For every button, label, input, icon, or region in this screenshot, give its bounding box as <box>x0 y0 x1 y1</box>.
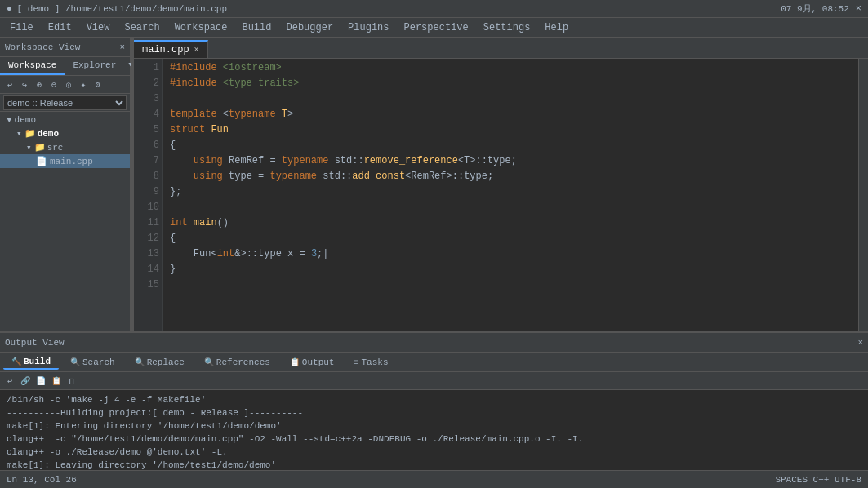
output-line-3: make[1]: Entering directory '/home/test1… <box>7 419 861 433</box>
menu-view[interactable]: View <box>80 20 117 35</box>
status-bar: Ln 13, Col 26 SPACES C++ UTF-8 <box>0 470 868 488</box>
output-tab-tasks[interactable]: ≡Tasks <box>345 356 396 369</box>
output-view-close[interactable]: × <box>857 338 863 348</box>
menu-debugger[interactable]: Debugger <box>279 20 340 35</box>
code-container: 1 2 3 4 5 6 7 8 9 10 11 12 13 14 15 #inc… <box>134 59 868 331</box>
workspace-view-header: Workspace View × <box>0 38 130 57</box>
output-toolbar-btn-2[interactable]: 🔗 <box>19 375 32 388</box>
workspace-view-title: Workspace View <box>5 42 80 52</box>
menu-settings[interactable]: Settings <box>477 20 537 35</box>
tree-item-src[interactable]: ▾ 📁 src <box>0 140 130 154</box>
output-toolbar-btn-4[interactable]: 📋 <box>50 375 63 388</box>
build-icon: 🔨 <box>11 357 21 366</box>
toolbar-btn-2[interactable]: ↪ <box>18 78 31 91</box>
tree-item-main-cpp[interactable]: 📄 main.cpp <box>0 154 130 168</box>
editor-tab-main-cpp[interactable]: main.cpp × <box>134 40 208 58</box>
close-icon[interactable]: × <box>856 3 861 15</box>
references-icon: 🔍 <box>204 358 214 367</box>
output-tab-replace[interactable]: 🔍Replace <box>127 356 193 369</box>
output-toolbar-btn-5[interactable]: ⊓ <box>65 375 78 388</box>
cursor-position: Ln 13, Col 26 <box>7 475 77 485</box>
clock: 07 9月, 08:52 <box>781 2 849 15</box>
toolbar-row: ↩ ↪ ⊕ ⊖ ◎ ✦ ⚙ <box>0 76 130 94</box>
toolbar-btn-1[interactable]: ↩ <box>3 78 16 91</box>
menu-perspective[interactable]: Perspective <box>398 20 475 35</box>
main-content: Workspace View × Workspace Explorer ▾ ↩ … <box>0 38 868 331</box>
output-tab-output[interactable]: 📋Output <box>282 356 343 369</box>
output-line-2: ----------Building project:[ demo - Rele… <box>7 406 861 419</box>
editor-area: main.cpp × 1 2 3 4 5 6 7 8 9 10 11 12 13… <box>134 38 868 331</box>
search-icon: 🔍 <box>70 358 80 367</box>
output-icon: 📋 <box>290 358 300 367</box>
title-text: [ demo ] /home/test1/demo/demo/main.cpp <box>17 4 227 14</box>
output-header: Output View × <box>0 333 868 353</box>
editor-tab-label: main.cpp <box>142 44 189 55</box>
menu-edit[interactable]: Edit <box>42 20 78 35</box>
replace-icon: 🔍 <box>135 358 145 367</box>
app-icon: ● <box>7 4 12 14</box>
config-select[interactable]: demo :: Release demo :: Debug <box>3 95 127 110</box>
editor-tab-close[interactable]: × <box>194 46 199 55</box>
tree-item-demo-root[interactable]: ▼ demo <box>0 113 130 126</box>
output-line-5: clang++ -o ./Release/demo @'demo.txt' -L… <box>7 446 861 459</box>
bottom-panel: Output View × 🔨Build 🔍Search 🔍Replace 🔍R… <box>0 331 868 470</box>
tree-item-demo[interactable]: ▾ 📁 demo <box>0 126 130 140</box>
encoding-info: SPACES C++ UTF-8 <box>775 475 861 485</box>
config-row: demo :: Release demo :: Debug <box>0 94 130 112</box>
toolbar-btn-3[interactable]: ⊕ <box>33 78 46 91</box>
tab-explorer[interactable]: Explorer <box>65 57 124 75</box>
title-bar: ● [ demo ] /home/test1/demo/demo/main.cp… <box>0 0 868 18</box>
menu-build[interactable]: Build <box>235 20 278 35</box>
output-line-1: /bin/sh -c 'make -j 4 -e -f Makefile' <box>7 393 861 406</box>
tab-workspace[interactable]: Workspace <box>0 57 65 75</box>
menu-file[interactable]: File <box>3 20 40 35</box>
menu-workspace[interactable]: Workspace <box>168 20 234 35</box>
output-toolbar-btn-3[interactable]: 📄 <box>34 375 47 388</box>
editor-tabs: main.cpp × <box>134 38 868 59</box>
output-tab-build[interactable]: 🔨Build <box>3 355 59 370</box>
output-toolbar: ↩ 🔗 📄 📋 ⊓ <box>0 372 868 390</box>
menu-help[interactable]: Help <box>538 20 575 35</box>
menu-search[interactable]: Search <box>118 20 166 35</box>
toolbar-btn-4[interactable]: ⊖ <box>47 78 60 91</box>
output-content: /bin/sh -c 'make -j 4 -e -f Makefile' --… <box>0 390 868 470</box>
left-panel: Workspace View × Workspace Explorer ▾ ↩ … <box>0 38 131 331</box>
toolbar-btn-7[interactable]: ⚙ <box>91 78 105 91</box>
panel-tabs: Workspace Explorer ▾ <box>0 57 130 76</box>
menu-plugins[interactable]: Plugins <box>341 20 395 35</box>
line-numbers: 1 2 3 4 5 6 7 8 9 10 11 12 13 14 15 <box>134 59 163 331</box>
output-tabs: 🔨Build 🔍Search 🔍Replace 🔍References 📋Out… <box>0 353 868 372</box>
output-view-title: Output View <box>5 338 65 348</box>
toolbar-btn-5[interactable]: ◎ <box>62 78 75 91</box>
code-editor[interactable]: #include <iostream> #include <type_trait… <box>163 59 858 331</box>
workspace-view-close[interactable]: × <box>119 42 125 52</box>
right-scrollbar[interactable] <box>858 59 868 331</box>
menu-bar: File Edit View Search Workspace Build De… <box>0 18 868 38</box>
file-tree: ▼ demo ▾ 📁 demo ▾ 📁 src 📄 main.cpp <box>0 112 130 331</box>
output-tab-references[interactable]: 🔍References <box>196 356 278 369</box>
toolbar-btn-6[interactable]: ✦ <box>77 78 90 91</box>
tasks-icon: ≡ <box>354 358 358 367</box>
output-toolbar-btn-1[interactable]: ↩ <box>3 375 16 388</box>
output-line-6: make[1]: Leaving directory '/home/test1/… <box>7 459 861 470</box>
output-tab-search[interactable]: 🔍Search <box>62 356 123 369</box>
output-line-4: clang++ -c "/home/test1/demo/demo/main.c… <box>7 433 861 446</box>
